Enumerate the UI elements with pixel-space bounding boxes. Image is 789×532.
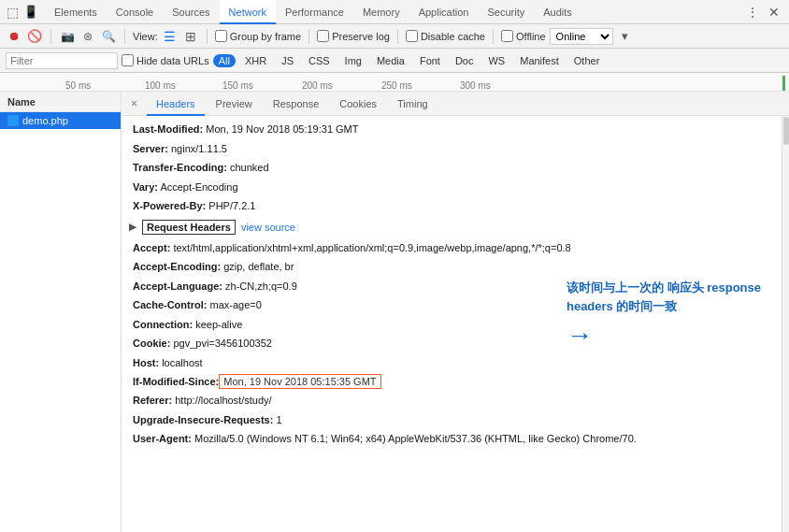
request-headers-title: Request Headers [142,220,236,235]
tab-headers[interactable]: Headers [147,92,205,116]
toolbar-sep-4 [308,29,309,44]
filter-css-button[interactable]: CSS [303,54,336,67]
req-header-upgrade-insecure: Upgrade-Insecure-Requests: 1 [122,410,789,430]
req-header-if-modified-since: If-Modified-Since: Mon, 19 Nov 2018 05:1… [122,372,789,391]
throttle-select[interactable]: Online Fast 3G Slow 3G Offline [550,28,613,45]
toolbar-sep-3 [207,29,208,44]
toolbar-sep-6 [493,29,494,44]
detail-panel: × Headers Preview Response Cookies Timin… [122,92,789,532]
req-header-accept-language: Accept-Language: zh-CN,zh;q=0.9 [122,277,789,296]
clear-button[interactable]: 🚫 [26,28,43,45]
hide-data-urls-checkbox[interactable] [122,54,134,66]
preserve-log-checkbox[interactable] [317,30,329,42]
filter-img-button[interactable]: Img [339,54,367,67]
header-vary: Vary: Accept-Encoding [122,178,789,197]
view-list-button[interactable]: ☰ [162,28,179,45]
tick-300ms: 300 ms [460,80,491,91]
tab-response[interactable]: Response [264,92,329,116]
tick-100ms: 100 ms [145,80,176,91]
more-tabs-icon[interactable]: ⋮ [742,5,763,20]
right-panel: × Headers Preview Response Cookies Timin… [122,92,789,532]
search-button[interactable]: 🔍 [100,28,117,45]
toolbar-sep-5 [397,29,398,44]
capture-screenshot-button[interactable]: 📷 [59,28,76,45]
section-triangle: ▶ [129,222,136,232]
tab-network[interactable]: Network [220,0,276,24]
filter-xhr-button[interactable]: XHR [239,54,272,67]
req-header-connection: Connection: keep-alive [122,315,789,335]
throttle-settings-icon[interactable]: ▾ [617,28,634,45]
tab-console[interactable]: Console [107,0,163,24]
offline-label: Offline [501,30,546,42]
filter-media-button[interactable]: Media [371,54,410,67]
tab-application[interactable]: Application [409,0,479,24]
tick-200ms: 200 ms [302,80,333,91]
req-header-accept-encoding: Accept-Encoding: gzip, deflate, br [122,257,789,277]
scrollbar-track[interactable] [782,116,789,532]
tick-250ms: 250 ms [381,80,412,91]
tab-elements[interactable]: Elements [45,0,107,24]
group-by-frame-checkbox[interactable] [215,30,227,42]
devtools-tab-bar: ⬚ 📱 Elements Console Sources Network Per… [0,0,789,24]
tab-performance[interactable]: Performance [276,0,353,24]
toolbar-sep-1 [50,29,51,44]
req-header-cache-control: Cache-Control: max-age=0 [122,295,789,315]
headers-content[interactable]: Last-Modified: Mon, 19 Nov 2018 05:19:31… [122,116,789,532]
device-icon[interactable]: 📱 [22,4,39,21]
preserve-log-label: Preserve log [317,30,390,42]
tick-150ms: 150 ms [222,80,253,91]
tab-preview[interactable]: Preview [207,92,262,116]
header-last-modified: Last-Modified: Mon, 19 Nov 2018 05:19:31… [122,120,789,139]
disable-cache-label: Disable cache [406,30,485,42]
req-header-user-agent: User-Agent: Mozilla/5.0 (Windows NT 6.1;… [122,429,789,449]
filter-manifest-button[interactable]: Manifest [514,54,565,67]
disable-cache-checkbox[interactable] [406,30,418,42]
tick-50ms: 50 ms [65,80,91,91]
view-label: View: [133,31,158,42]
header-transfer-encoding: Transfer-Encoding: chunked [122,158,789,178]
tab-audits[interactable]: Audits [534,0,581,24]
file-icon [7,115,19,126]
timeline-green-bar [782,76,785,91]
main-area: Name demo.php × Headers Preview Response… [0,92,789,532]
tab-timing[interactable]: Timing [388,92,438,116]
tab-sources[interactable]: Sources [163,0,219,24]
view-grid-button[interactable]: ⊞ [182,28,199,45]
filter-toggle-button[interactable]: ⊛ [79,28,96,45]
panel-close-button[interactable]: × [127,97,141,110]
record-button[interactable]: ⏺ [6,28,22,45]
header-x-powered-by: X-Powered-By: PHP/7.2.1 [122,196,789,216]
timeline-bar: 50 ms 100 ms 150 ms 200 ms 250 ms 300 ms [0,73,789,92]
filter-doc-button[interactable]: Doc [450,54,480,67]
panel-tab-bar: × Headers Preview Response Cookies Timin… [122,92,789,116]
devtools-window-controls: ⬚ 📱 [4,4,39,21]
network-toolbar: ⏺ 🚫 📷 ⊛ 🔍 View: ☰ ⊞ Group by frame Prese… [0,24,789,49]
hide-data-urls-label: Hide data URLs [122,54,209,66]
toolbar-sep-2 [124,29,125,44]
header-server: Server: nginx/1.11.5 [122,139,789,159]
filter-ws-button[interactable]: WS [482,54,510,67]
search-input[interactable] [6,52,118,69]
inspect-icon[interactable]: ⬚ [4,4,21,21]
req-header-accept: Accept: text/html,application/xhtml+xml,… [122,238,789,258]
offline-checkbox[interactable] [501,30,513,42]
request-headers-section[interactable]: ▶ Request Headers view source [122,216,789,238]
tab-cookies[interactable]: Cookies [330,92,386,116]
request-item-demo-php[interactable]: demo.php [0,112,121,129]
req-header-host: Host: localhost [122,353,789,373]
name-column-header: Name [0,92,121,112]
view-source-link[interactable]: view source [241,222,295,233]
filter-js-button[interactable]: JS [276,54,299,67]
scrollbar-thumb[interactable] [783,117,789,145]
filter-all-button[interactable]: All [213,54,236,67]
filter-row: Hide data URLs All XHR JS CSS Img Media … [0,49,789,73]
req-header-cookie: Cookie: pgv_pvi=3456100352 [122,334,789,353]
req-header-referer: Referer: http://localhost/study/ [122,391,789,410]
close-devtools-icon[interactable]: ✕ [763,5,785,20]
group-by-frame-label: Group by frame [215,30,301,42]
filter-other-button[interactable]: Other [568,54,606,67]
request-list-sidebar: Name demo.php [0,92,122,532]
tab-security[interactable]: Security [478,0,534,24]
filter-font-button[interactable]: Font [414,54,446,67]
tab-memory[interactable]: Memory [353,0,409,24]
